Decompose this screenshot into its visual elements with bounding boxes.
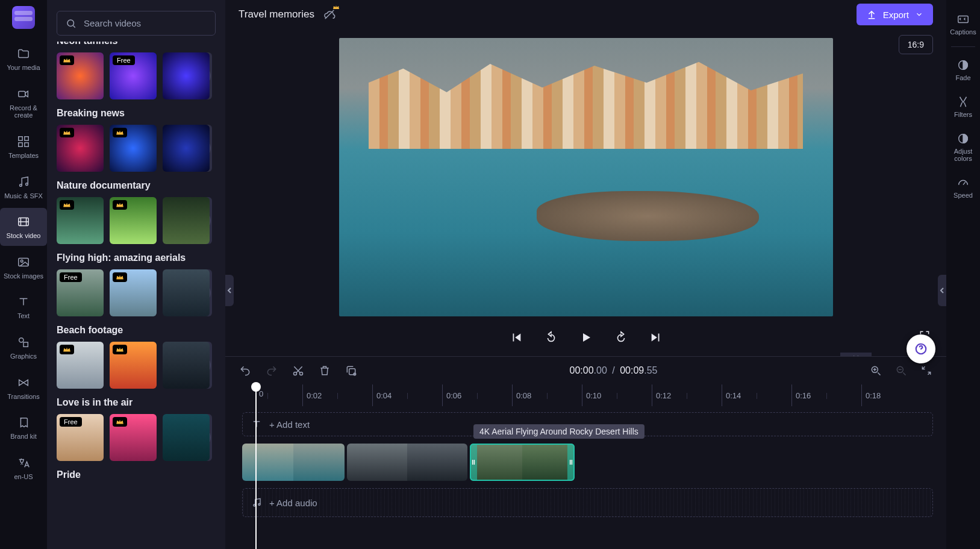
video-clip[interactable] [347, 444, 467, 481]
zoom-out-button[interactable] [894, 364, 908, 377]
nav-stock-video[interactable]: Stock video [0, 208, 47, 246]
help-button[interactable] [907, 334, 935, 363]
timecode: 00:00.00 / 00:09.55 [570, 365, 658, 376]
timeline-ruler[interactable]: 00:020:040:060:080:100:120:140:160:18 [242, 384, 946, 406]
rewind-button[interactable] [543, 329, 560, 346]
thumbnail-row [57, 342, 216, 389]
category-title[interactable]: Flying high: amazing aerials [57, 253, 216, 263]
ruler-minor-tick [547, 393, 548, 399]
category-title[interactable]: Beach footage [57, 325, 216, 336]
video-thumbnail[interactable] [163, 269, 210, 316]
video-track[interactable]: 4K Aerial Flying Around Rocky Desert Hil… [242, 444, 933, 481]
nav-stock-images[interactable]: Stock images [0, 248, 47, 286]
video-thumbnail[interactable] [110, 125, 157, 172]
trim-handle-right[interactable]: II [567, 444, 575, 481]
nav-brand-kit[interactable]: Brand kit [0, 409, 47, 447]
svg-point-6 [26, 183, 28, 185]
export-button[interactable]: Export [857, 4, 933, 25]
nav-label: en-US [14, 473, 33, 481]
delete-button[interactable] [318, 364, 331, 377]
skip-start-button[interactable] [508, 329, 525, 346]
timecode-current-frac: .00 [594, 365, 607, 375]
forward-button[interactable] [613, 329, 629, 346]
nav-record-create[interactable]: Record & create [0, 80, 47, 125]
video-thumbnail[interactable]: Free [57, 414, 104, 461]
video-thumbnail[interactable] [110, 414, 157, 461]
music-icon [251, 497, 262, 508]
category-title[interactable]: Love is in the air [57, 397, 216, 408]
project-title[interactable]: Travel memories [239, 8, 314, 20]
playhead[interactable] [255, 384, 257, 549]
premium-badge-icon [113, 345, 127, 354]
skip-end-button[interactable] [648, 329, 664, 346]
fade-button[interactable]: Fade [946, 53, 980, 86]
category-title[interactable]: Pride [57, 469, 216, 480]
ruler-start-label: 0 [259, 389, 263, 398]
video-thumbnail[interactable] [163, 414, 210, 461]
video-clip[interactable]: IIII [470, 444, 575, 481]
nav-label: Your media [7, 64, 40, 72]
play-button[interactable] [578, 329, 595, 346]
video-thumbnail[interactable]: Free [57, 269, 104, 316]
captions-icon [956, 12, 970, 27]
video-thumbnail[interactable] [163, 52, 210, 99]
search-field[interactable] [57, 11, 216, 36]
captions-button[interactable]: Captions [946, 7, 980, 40]
undo-button[interactable] [239, 364, 252, 377]
video-thumbnail[interactable] [110, 342, 157, 389]
rail-label: Fade [955, 74, 970, 81]
fit-timeline-button[interactable] [920, 364, 933, 377]
timecode-separator: / [612, 365, 614, 375]
nav-text[interactable]: Text [0, 288, 47, 326]
zoom-in-button[interactable] [869, 364, 882, 377]
nav-language[interactable]: en-US [0, 449, 47, 487]
video-thumbnail[interactable] [57, 342, 104, 389]
redo-button[interactable] [265, 364, 278, 377]
category-title[interactable]: Breaking news [57, 108, 216, 119]
svg-point-12 [67, 20, 74, 27]
templates-icon [16, 134, 31, 149]
speed-button[interactable]: Speed [946, 171, 980, 204]
app-logo[interactable] [12, 6, 35, 29]
video-thumbnail[interactable]: Free [110, 52, 157, 99]
category-title[interactable]: Neon tunnels [57, 42, 216, 46]
video-thumbnail[interactable] [163, 342, 210, 389]
nav-templates[interactable]: Templates [0, 128, 47, 166]
video-clip[interactable] [242, 444, 345, 481]
library-scroll[interactable]: Neon tunnelsFreeBreaking newsNature docu… [57, 42, 222, 549]
svg-point-9 [20, 260, 23, 262]
ruler-minor-tick [757, 393, 757, 399]
video-thumbnail[interactable] [57, 52, 104, 99]
cut-button[interactable] [292, 364, 305, 377]
nav-transitions[interactable]: Transitions [0, 369, 47, 407]
expand-right-rail-button[interactable] [938, 275, 946, 306]
video-thumbnail[interactable] [57, 197, 104, 244]
cloud-sync-icon[interactable] [323, 8, 336, 21]
aspect-ratio-selector[interactable]: 16:9 [899, 35, 933, 54]
main-area: Travel memories Export 16:9 [225, 0, 946, 549]
video-thumbnail[interactable] [163, 125, 210, 172]
search-input[interactable] [83, 17, 207, 29]
video-thumbnail[interactable] [110, 269, 157, 316]
video-thumbnail[interactable] [163, 197, 210, 244]
speedometer-icon [956, 175, 970, 190]
trim-handle-left[interactable]: II [470, 444, 477, 481]
ruler-major-tick: 0:14 [722, 384, 741, 406]
category-title[interactable]: Nature documentary [57, 180, 216, 191]
nav-music-sfx[interactable]: Music & SFX [0, 168, 47, 206]
premium-badge-icon [60, 345, 74, 354]
video-thumbnail[interactable] [57, 125, 104, 172]
nav-your-media[interactable]: Your media [0, 40, 47, 78]
copy-button[interactable] [345, 364, 358, 377]
search-icon [66, 18, 76, 29]
free-badge: Free [60, 417, 82, 427]
adjust-colors-button[interactable]: Adjust colors [946, 127, 980, 167]
preview-frame[interactable] [339, 38, 833, 316]
audio-track[interactable]: + Add audio [242, 488, 933, 517]
text-icon [16, 294, 31, 310]
filters-button[interactable]: Filters [946, 90, 980, 123]
timecode-current: 00:00 [570, 365, 594, 375]
nav-graphics[interactable]: Graphics [0, 328, 47, 366]
transition-icon [16, 375, 31, 391]
video-thumbnail[interactable] [110, 197, 157, 244]
